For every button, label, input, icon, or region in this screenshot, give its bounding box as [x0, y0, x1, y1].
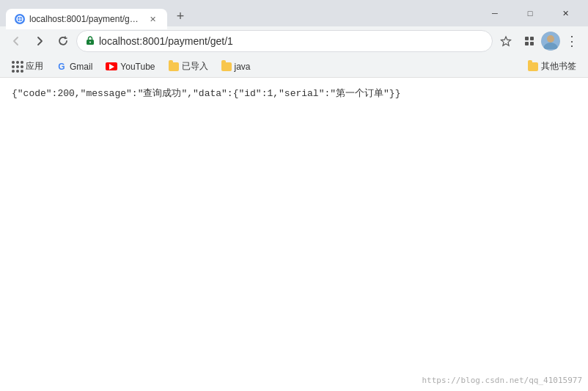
- address-text: localhost:8001/payment/get/1: [99, 35, 483, 47]
- gmail-label: Gmail: [70, 62, 92, 72]
- active-tab[interactable]: localhost:8001/payment/get/1 ✕: [6, 9, 167, 29]
- youtube-play-icon: [109, 64, 114, 70]
- imported-folder-icon: [169, 62, 179, 72]
- security-icon: [86, 35, 95, 48]
- java-bookmark[interactable]: java: [216, 59, 257, 74]
- imported-bookmark[interactable]: 已导入: [163, 58, 214, 75]
- watermark: https://blog.csdn.net/qq_41015977: [422, 376, 582, 385]
- svg-point-4: [89, 41, 91, 43]
- svg-rect-8: [530, 42, 534, 45]
- page-content: {"code":200,"message":"查询成功","data":{"id…: [0, 78, 588, 391]
- refresh-button[interactable]: [53, 31, 73, 51]
- apps-button[interactable]: 应用: [6, 58, 49, 75]
- minimize-button[interactable]: ─: [478, 1, 512, 25]
- tab-favicon: [15, 14, 25, 24]
- gmail-icon: G: [56, 62, 67, 72]
- gmail-bookmark[interactable]: G Gmail: [51, 59, 98, 74]
- toolbar: localhost:8001/payment/get/1 ⋮: [0, 26, 588, 56]
- svg-rect-5: [525, 37, 529, 40]
- tab-close-button[interactable]: ✕: [147, 13, 158, 25]
- youtube-bookmark[interactable]: YouTube: [100, 59, 161, 74]
- titlebar: localhost:8001/payment/get/1 ✕ + ─ □ ✕: [0, 0, 588, 26]
- apps-label: 应用: [26, 60, 43, 73]
- profile-avatar[interactable]: [541, 32, 560, 51]
- other-folder-icon: [528, 62, 538, 72]
- java-folder-icon: [221, 62, 232, 72]
- apps-grid-icon: [12, 61, 23, 73]
- youtube-icon: [106, 62, 117, 70]
- svg-rect-7: [525, 42, 529, 45]
- forward-button[interactable]: [29, 31, 50, 51]
- window-controls: ─ □ ✕: [478, 1, 582, 25]
- maximize-button[interactable]: □: [513, 1, 547, 25]
- imported-label: 已导入: [182, 60, 208, 73]
- tab-area: localhost:8001/payment/get/1 ✕ +: [6, 0, 478, 26]
- address-bar[interactable]: localhost:8001/payment/get/1: [76, 30, 493, 52]
- toolbar-right: ⋮: [519, 31, 582, 51]
- bookmarks-bar: 应用 G Gmail YouTube 已导入 java 其他书签: [0, 56, 588, 78]
- svg-rect-6: [530, 37, 534, 40]
- other-bookmarks[interactable]: 其他书签: [522, 58, 582, 75]
- svg-point-10: [547, 35, 554, 43]
- youtube-label: YouTube: [120, 62, 155, 72]
- extensions-button[interactable]: [519, 31, 540, 51]
- bookmark-star-button[interactable]: [496, 31, 516, 51]
- tab-title: localhost:8001/payment/get/1: [29, 14, 142, 24]
- other-label: 其他书签: [541, 60, 576, 73]
- new-tab-button[interactable]: +: [170, 6, 191, 26]
- close-button[interactable]: ✕: [548, 1, 582, 25]
- json-response: {"code":200,"message":"查询成功","data":{"id…: [12, 87, 576, 101]
- back-button[interactable]: [6, 31, 26, 51]
- java-label: java: [235, 62, 251, 72]
- more-options-button[interactable]: ⋮: [562, 31, 582, 51]
